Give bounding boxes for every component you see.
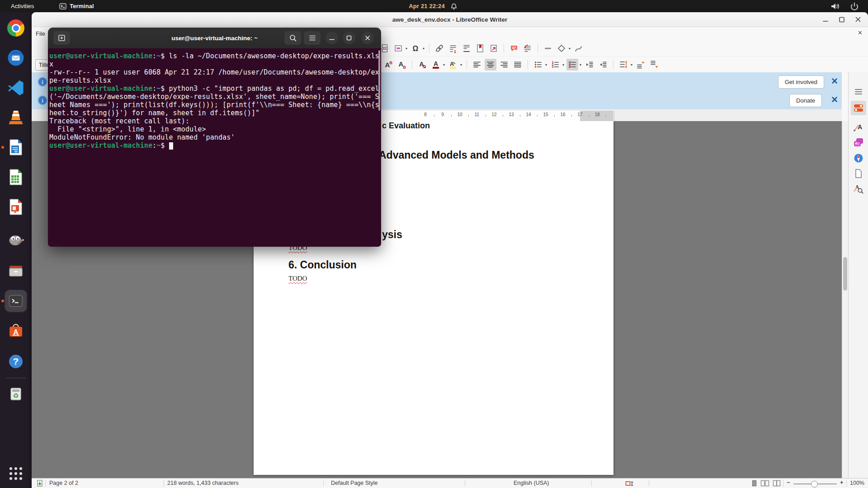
bullet-list-button[interactable]: ▾ xyxy=(532,59,544,70)
terminal-close-button[interactable] xyxy=(361,32,374,44)
dropdown-arrow-icon[interactable]: ▾ xyxy=(580,63,581,67)
dock-item-vscode[interactable] xyxy=(5,77,27,99)
terminal-maximize-button[interactable] xyxy=(343,32,355,44)
track-changes-button[interactable] xyxy=(522,42,533,54)
horizontal-line-button[interactable] xyxy=(542,42,554,54)
special-character-button[interactable]: Ω▾ xyxy=(410,42,421,54)
infobar-close-icon[interactable]: ✕ xyxy=(831,76,838,87)
para-space-inc-button[interactable] xyxy=(635,59,646,70)
terminal-scrollbar[interactable] xyxy=(378,50,380,111)
superscript-button[interactable]: AB xyxy=(382,59,394,70)
terminal-header[interactable]: user@user-virtual-machine: ~ xyxy=(48,28,381,49)
dropdown-arrow-icon[interactable]: ▾ xyxy=(569,47,571,51)
line-spacing-button[interactable]: ▾ xyxy=(618,59,629,70)
dock-item-vlc[interactable] xyxy=(5,107,27,128)
terminal-minimize-button[interactable] xyxy=(326,32,338,44)
text-language[interactable]: English (USA) xyxy=(514,480,549,486)
page-style[interactable]: Default Page Style xyxy=(331,480,378,486)
close-button[interactable] xyxy=(854,16,862,23)
insert-field-button[interactable]: ▾ xyxy=(392,42,404,54)
search-button[interactable] xyxy=(284,31,301,45)
bookmark-button[interactable] xyxy=(474,42,486,54)
writer-titlebar[interactable]: awe_desk_env.docx - LibreOffice Writer xyxy=(32,12,868,27)
hyperlink-button[interactable] xyxy=(434,42,445,54)
scrollbar-thumb[interactable] xyxy=(843,257,847,291)
close-document-icon[interactable]: ✕ xyxy=(858,29,863,36)
freeform-line-button[interactable] xyxy=(573,42,585,54)
dropdown-arrow-icon[interactable]: ▾ xyxy=(562,63,564,67)
show-apps-icon xyxy=(7,465,25,482)
dock-item-writer[interactable] xyxy=(5,136,27,158)
dropdown-arrow-icon[interactable]: ▾ xyxy=(423,47,425,51)
infobar-close-icon[interactable]: ✕ xyxy=(831,94,838,105)
sidebar-tab-properties[interactable] xyxy=(851,101,866,115)
sidebar-tab-page[interactable] xyxy=(851,166,866,181)
cross-reference-button[interactable] xyxy=(488,42,500,54)
toolbar-separator xyxy=(504,44,504,53)
clock[interactable]: Apr 21 22:24 xyxy=(409,3,445,9)
dropdown-arrow-icon[interactable]: ▾ xyxy=(443,63,445,67)
single-page-view-icon[interactable] xyxy=(750,479,759,487)
dock-item-trash[interactable]: ♻ xyxy=(5,383,27,405)
get-involved-button[interactable]: Get involved xyxy=(778,75,824,89)
clear-formatting-button[interactable]: A xyxy=(416,59,428,70)
zoom-in-button[interactable]: + xyxy=(840,479,843,486)
menu-button[interactable] xyxy=(304,31,321,45)
numbered-list-button[interactable]: 123▾ xyxy=(549,59,561,70)
basic-shapes-button[interactable]: ▾ xyxy=(556,42,567,54)
new-tab-button[interactable] xyxy=(53,31,70,45)
sidebar-tab-gallery[interactable] xyxy=(851,136,866,150)
word-count[interactable]: 218 words, 1,433 characters xyxy=(167,480,239,486)
svg-text:1: 1 xyxy=(454,49,456,53)
dock-item-chrome[interactable] xyxy=(5,17,27,39)
subscript-button[interactable]: AB xyxy=(396,59,408,70)
donate-button[interactable]: Donate xyxy=(789,94,822,107)
align-right-button[interactable] xyxy=(498,59,510,70)
decrease-indent-button[interactable] xyxy=(597,59,609,70)
zoom-slider-handle[interactable] xyxy=(811,481,818,488)
dock-item-files[interactable] xyxy=(5,260,27,282)
dock-item-help[interactable]: ? xyxy=(5,351,27,372)
dock-item-show-apps[interactable] xyxy=(5,463,27,484)
menu-file[interactable]: File xyxy=(32,28,49,39)
minimize-button[interactable] xyxy=(822,16,829,23)
multi-page-view-icon[interactable] xyxy=(760,479,769,487)
dock-item-terminal[interactable] xyxy=(5,290,27,312)
chrome-icon xyxy=(7,19,24,37)
para-space-dec-button[interactable] xyxy=(648,59,660,70)
align-left-button[interactable] xyxy=(471,59,483,70)
page-count[interactable]: Page 2 of 2 xyxy=(49,480,78,486)
dropdown-arrow-icon[interactable]: ▾ xyxy=(460,63,462,67)
dock-item-thunderbird[interactable] xyxy=(5,47,27,69)
dock-item-impress[interactable] xyxy=(5,196,27,218)
book-view-icon[interactable] xyxy=(772,479,781,487)
font-color-button[interactable]: A▾ xyxy=(430,59,442,70)
no-list-button[interactable]: ▾ xyxy=(566,59,578,70)
dropdown-arrow-icon[interactable]: ▾ xyxy=(631,63,632,67)
endnote-button[interactable] xyxy=(461,42,472,54)
zoom-out-button[interactable]: − xyxy=(787,479,790,486)
terminal-line: heet.to_string()}') for name, sheet in d… xyxy=(49,109,381,117)
sidebar-tab-sidebar-settings[interactable] xyxy=(851,84,866,99)
document-scrollbar[interactable] xyxy=(842,121,849,478)
dropdown-arrow-icon[interactable]: ▾ xyxy=(545,63,547,67)
dock-item-software[interactable]: A xyxy=(5,320,27,342)
save-state-icon[interactable] xyxy=(35,479,44,487)
increase-indent-button[interactable] xyxy=(584,59,595,70)
sidebar-tab-styles[interactable]: A xyxy=(851,120,866,135)
dock-item-calc[interactable] xyxy=(5,166,27,188)
sidebar-tab-style-inspector[interactable]: A xyxy=(851,182,866,196)
terminal-output[interactable]: user@user-virtual-machine:~$ ls -la ~/Do… xyxy=(48,48,381,247)
dock-item-gimp[interactable] xyxy=(5,228,27,249)
sidebar-tab-navigator[interactable] xyxy=(851,151,866,165)
system-tray[interactable] xyxy=(830,0,860,12)
dropdown-arrow-icon[interactable]: ▾ xyxy=(406,47,407,51)
insert-mode-icon[interactable]: I xyxy=(625,479,634,487)
align-center-button[interactable] xyxy=(485,59,496,70)
comment-button[interactable] xyxy=(508,42,520,54)
justify-button[interactable] xyxy=(512,59,524,70)
highlight-color-button[interactable]: A▾ xyxy=(447,59,459,70)
maximize-button[interactable] xyxy=(838,16,845,23)
zoom-level[interactable]: 100% xyxy=(850,480,864,486)
footnote-button[interactable]: 1 xyxy=(447,42,459,54)
